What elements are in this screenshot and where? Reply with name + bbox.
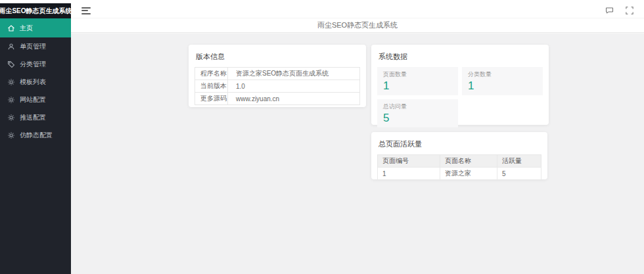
table-row: 1 资源之家 5: [378, 168, 541, 180]
home-icon: [7, 24, 15, 32]
version-table: 程序名称 资源之家SEO静态页面生成系统 当前版本 1.0 更多源码 www.z…: [195, 67, 360, 105]
main-area: 雨尘SEO静态页生成系统 版本信息 程序名称 资源之家SEO静态页面生成系统 当…: [71, 3, 644, 274]
page-activity-card: 总页面活跃量 页面编号 页面名称 活跃量 1 资源之家 5: [371, 132, 547, 179]
activity-table: 页面编号 页面名称 活跃量 1 资源之家 5: [377, 154, 541, 180]
sidebar-item-category[interactable]: 分类管理: [0, 55, 71, 73]
breadcrumb-bar: 雨尘SEO静态页生成系统: [71, 18, 644, 33]
sidebar-item-label: 分类管理: [20, 60, 46, 69]
column-header: 页面编号: [378, 155, 440, 168]
gear-icon: [7, 96, 15, 104]
stat-label: 总访问量: [383, 103, 452, 111]
column-header: 活跃量: [497, 155, 541, 168]
sidebar-item-home[interactable]: 主页: [0, 18, 71, 37]
version-row-value: 1.0: [228, 80, 360, 93]
stat-tile-visits: 总访问量 5: [377, 99, 458, 127]
table-row: 程序名称 资源之家SEO静态页面生成系统: [195, 68, 360, 80]
sidebar-item-push-config[interactable]: 推送配置: [0, 108, 71, 126]
card-title: 系统数据: [379, 52, 543, 62]
card-title: 版本信息: [196, 52, 360, 62]
table-row: 当前版本 1.0: [195, 80, 360, 93]
sidebar-item-label: 仿静态配置: [20, 131, 53, 140]
version-info-card: 版本信息 程序名称 资源之家SEO静态页面生成系统 当前版本 1.0 更多源码: [189, 45, 366, 107]
menu-toggle-icon[interactable]: [81, 7, 91, 14]
gear-icon: [7, 131, 15, 139]
stat-tile-pages: 页面数量 1: [377, 67, 458, 95]
top-header-bar: [71, 3, 644, 18]
stat-value: 5: [383, 112, 452, 125]
app-title: 雨尘SEO静态页生成系统: [0, 3, 71, 18]
sidebar-item-label: 模板列表: [20, 78, 46, 87]
stat-value: 1: [383, 80, 452, 93]
version-row-label: 程序名称: [195, 68, 228, 80]
sidebar-item-site-config[interactable]: 网站配置: [0, 91, 71, 108]
stat-label: 页面数量: [383, 70, 452, 79]
card-title: 总页面活跃量: [379, 139, 541, 149]
gear-icon: [7, 78, 15, 86]
version-row-label: 更多源码: [195, 93, 228, 105]
version-row-value: 资源之家SEO静态页面生成系统: [228, 68, 360, 80]
column-header: 页面名称: [440, 155, 497, 168]
stat-value: 1: [468, 80, 537, 93]
breadcrumb: 雨尘SEO静态页生成系统: [317, 20, 398, 30]
message-icon[interactable]: [605, 7, 614, 14]
sidebar-item-static-config[interactable]: 仿静态配置: [0, 126, 71, 144]
sidebar-item-label: 网站配置: [20, 95, 46, 104]
gear-icon: [7, 114, 15, 122]
cell-page-id: 1: [378, 168, 440, 180]
version-row-value: www.ziyuan.cn: [228, 93, 360, 105]
sidebar-item-label: 主页: [20, 24, 33, 33]
sidebar-item-single-page[interactable]: 单页管理: [0, 37, 71, 55]
user-icon: [7, 43, 15, 51]
tag-icon: [7, 60, 15, 68]
cell-activity-count: 5: [497, 168, 541, 180]
table-row: 更多源码 www.ziyuan.cn: [195, 93, 360, 105]
table-header-row: 页面编号 页面名称 活跃量: [378, 155, 541, 168]
sidebar-item-label: 推送配置: [20, 113, 46, 122]
stat-tile-categories: 分类数量 1: [462, 67, 543, 95]
stat-label: 分类数量: [468, 70, 537, 79]
sidebar: 雨尘SEO静态页生成系统 主页 单页管理 分类管理: [0, 3, 71, 274]
version-row-label: 当前版本: [195, 80, 228, 93]
cell-page-name: 资源之家: [440, 168, 497, 180]
app-window: 雨尘SEO静态页生成系统 主页 单页管理 分类管理: [0, 3, 644, 274]
content-area: 版本信息 程序名称 资源之家SEO静态页面生成系统 当前版本 1.0 更多源码: [71, 34, 644, 274]
sidebar-item-label: 单页管理: [20, 42, 46, 51]
sidebar-item-templates[interactable]: 模板列表: [0, 73, 71, 91]
fullscreen-icon[interactable]: [626, 7, 633, 14]
system-data-card: 系统数据 页面数量 1 分类数量 1 总访问量 5: [371, 45, 549, 125]
